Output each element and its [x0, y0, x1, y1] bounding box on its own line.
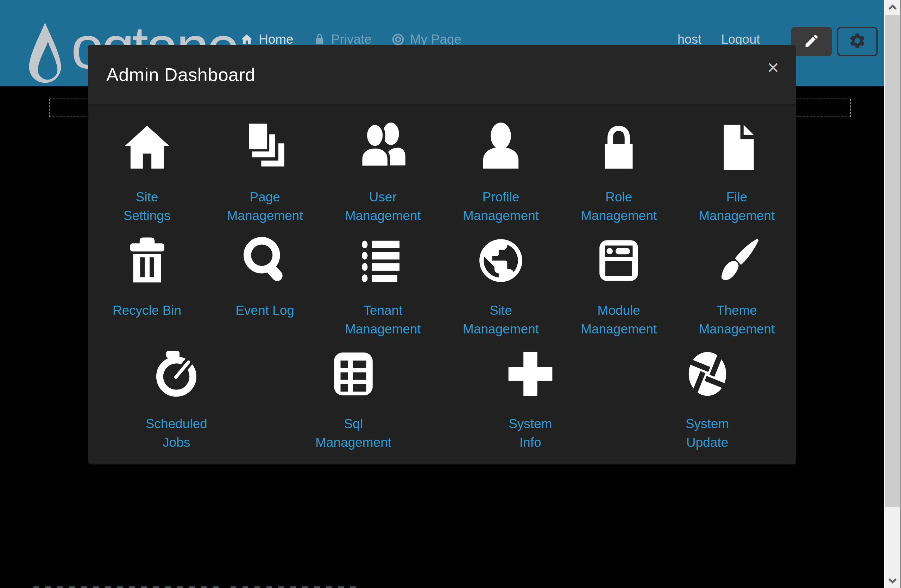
tile-label: Event Log: [235, 301, 294, 320]
tile-label: ThemeManagement: [698, 301, 775, 338]
dashboard-grid: SiteSettingsPageManagementUserManagement…: [88, 104, 796, 461]
plus-icon: [505, 348, 556, 400]
tile-label: PageManagement: [227, 188, 303, 225]
tile-label: SiteSettings: [123, 188, 171, 225]
people-icon: [357, 121, 408, 173]
tile-label: UserManagement: [345, 188, 421, 225]
admin-tile-profile-management[interactable]: ProfileManagement: [442, 121, 560, 234]
aperture-icon: [682, 348, 733, 400]
list-icon: [357, 234, 408, 287]
tile-label: SiteManagement: [463, 301, 539, 338]
browser-icon: [593, 234, 644, 287]
edit-mode-button[interactable]: [791, 27, 832, 56]
scrollbar-thumb[interactable]: [885, 15, 900, 507]
lock-icon: [313, 33, 326, 46]
layers-icon: [239, 121, 291, 173]
close-icon[interactable]: ✕: [767, 60, 779, 76]
clipped-bottom-content: [231, 586, 357, 588]
admin-tile-user-management[interactable]: UserManagement: [324, 121, 442, 234]
tile-row: Recycle BinEvent LogTenantManagementSite…: [88, 234, 796, 348]
water-drop-icon: [23, 21, 67, 88]
magnifier-icon: [239, 234, 291, 287]
gear-icon: [848, 32, 867, 51]
target-icon: [391, 33, 405, 46]
page: oqtane Home Private My Page host Logout: [0, 0, 901, 588]
spreadsheet-icon: [328, 348, 379, 400]
admin-tile-system-update[interactable]: SystemUpdate: [619, 348, 796, 461]
trash-icon: [122, 234, 173, 287]
chevron-down-icon: [888, 578, 897, 583]
modal-header: Admin Dashboard ✕: [88, 45, 796, 104]
tile-row: SiteSettingsPageManagementUserManagement…: [88, 121, 796, 234]
tile-label: ModuleManagement: [581, 301, 657, 338]
person-icon: [475, 121, 527, 173]
file-icon: [711, 121, 762, 173]
tile-label: SystemUpdate: [686, 415, 729, 452]
admin-dashboard-modal: Admin Dashboard ✕ SiteSettingsPageManage…: [88, 45, 796, 465]
chevron-up-icon: [888, 5, 897, 10]
admin-tile-system-info[interactable]: SystemInfo: [442, 348, 619, 461]
admin-tile-site-settings[interactable]: SiteSettings: [88, 121, 206, 234]
tile-label: SystemInfo: [508, 415, 552, 452]
admin-tile-site-management[interactable]: SiteManagement: [442, 234, 560, 348]
modal-title: Admin Dashboard: [106, 64, 256, 85]
scroll-down-button[interactable]: [885, 573, 900, 588]
admin-tile-event-log[interactable]: Event Log: [206, 234, 324, 348]
scrollbar[interactable]: [884, 0, 901, 588]
brush-icon: [711, 234, 762, 287]
home-icon: [122, 121, 173, 173]
tile-label: Recycle Bin: [113, 301, 181, 320]
timer-icon: [151, 348, 202, 400]
admin-tile-tenant-management[interactable]: TenantManagement: [324, 234, 442, 348]
tile-label: TenantManagement: [345, 301, 421, 338]
scroll-up-button[interactable]: [885, 0, 900, 15]
admin-tile-module-management[interactable]: ModuleManagement: [560, 234, 678, 348]
lock-icon: [593, 121, 644, 173]
tile-row: ScheduledJobsSqlManagementSystemInfoSyst…: [88, 348, 796, 461]
admin-tile-theme-management[interactable]: ThemeManagement: [678, 234, 796, 348]
admin-tile-role-management[interactable]: RoleManagement: [560, 121, 678, 234]
admin-tile-scheduled-jobs[interactable]: ScheduledJobs: [88, 348, 265, 461]
admin-tile-file-management[interactable]: FileManagement: [678, 121, 796, 234]
pencil-icon: [803, 33, 820, 50]
clipped-bottom-content: [33, 586, 223, 588]
globe-icon: [475, 234, 527, 287]
tile-label: ProfileManagement: [463, 188, 539, 225]
admin-tile-page-management[interactable]: PageManagement: [206, 121, 324, 234]
home-icon: [240, 33, 253, 46]
admin-tile-recycle-bin[interactable]: Recycle Bin: [88, 234, 206, 348]
tile-label: ScheduledJobs: [146, 415, 207, 452]
tile-label: RoleManagement: [581, 188, 657, 225]
tile-label: SqlManagement: [315, 415, 391, 452]
admin-tile-sql-management[interactable]: SqlManagement: [265, 348, 442, 461]
tile-label: FileManagement: [698, 188, 775, 225]
control-panel-button[interactable]: [837, 27, 878, 56]
